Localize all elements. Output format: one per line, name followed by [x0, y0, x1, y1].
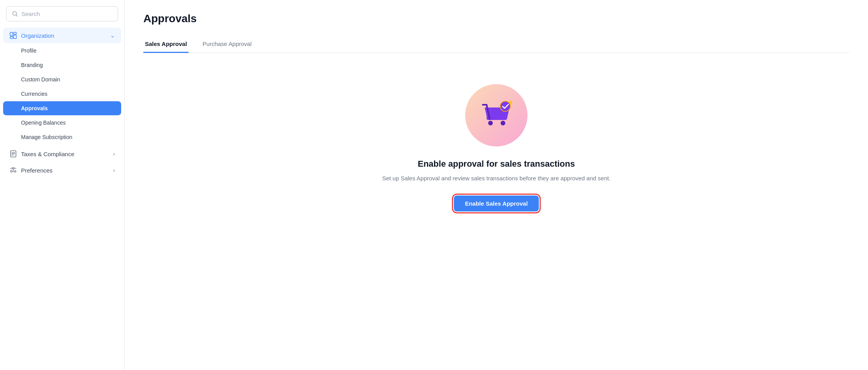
preferences-label: Preferences	[21, 167, 109, 174]
svg-point-18	[501, 121, 505, 125]
tabs-container: Sales Approval Purchase Approval	[143, 36, 849, 53]
svg-rect-4	[14, 35, 16, 39]
page-title: Approvals	[143, 12, 849, 25]
taxes-icon	[9, 150, 17, 158]
organization-label: Organization	[21, 32, 106, 39]
nav-item-preferences[interactable]: Preferences ›	[3, 162, 121, 178]
nav-item-taxes[interactable]: Taxes & Compliance ›	[3, 146, 121, 162]
content-description: Set up Sales Approval and review sales t…	[382, 174, 610, 183]
cart-svg	[479, 98, 514, 133]
sidebar-item-branding[interactable]: Branding	[3, 58, 121, 72]
svg-point-17	[488, 121, 493, 125]
organization-icon	[9, 32, 17, 39]
sidebar-item-manage-subscription[interactable]: Manage Subscription	[3, 130, 121, 144]
sidebar-item-opening-balances[interactable]: Opening Balances	[3, 116, 121, 130]
svg-rect-5	[10, 37, 13, 39]
sidebar-item-approvals[interactable]: Approvals	[3, 101, 121, 115]
cart-circle-bg	[465, 84, 528, 146]
search-wrapper: Search	[0, 6, 124, 28]
preferences-chevron: ›	[113, 167, 115, 173]
content-area: Enable approval for sales transactions S…	[143, 53, 849, 243]
taxes-chevron: ›	[113, 151, 115, 157]
organization-header[interactable]: Organization ⌄	[3, 28, 121, 43]
sidebar-item-custom-domain[interactable]: Custom Domain	[3, 72, 121, 86]
tab-sales-approval[interactable]: Sales Approval	[143, 36, 189, 53]
svg-point-11	[11, 171, 12, 172]
cart-illustration	[465, 84, 528, 146]
sidebar-item-currencies[interactable]: Currencies	[3, 87, 121, 101]
content-heading: Enable approval for sales transactions	[418, 159, 575, 169]
nav-section-organization: Organization ⌄ Profile Branding Custom D…	[0, 28, 124, 144]
preferences-icon	[9, 166, 17, 174]
svg-line-1	[16, 15, 18, 16]
svg-point-12	[14, 171, 16, 172]
organization-chevron: ⌄	[110, 32, 115, 39]
search-box[interactable]: Search	[6, 6, 118, 21]
tab-purchase-approval[interactable]: Purchase Approval	[201, 36, 253, 53]
svg-rect-3	[14, 32, 16, 34]
enable-sales-approval-button[interactable]: Enable Sales Approval	[454, 196, 538, 211]
sidebar-item-profile[interactable]: Profile	[3, 44, 121, 58]
svg-point-20	[501, 102, 510, 111]
main-content: Approvals Sales Approval Purchase Approv…	[125, 0, 868, 370]
search-placeholder: Search	[21, 11, 40, 17]
taxes-label: Taxes & Compliance	[21, 151, 109, 157]
sidebar: Search Organization ⌄ Profile Branding C…	[0, 0, 125, 370]
svg-rect-2	[10, 32, 13, 36]
search-icon	[12, 11, 18, 17]
organization-sub-items: Profile Branding Custom Domain Currencie…	[0, 44, 124, 144]
